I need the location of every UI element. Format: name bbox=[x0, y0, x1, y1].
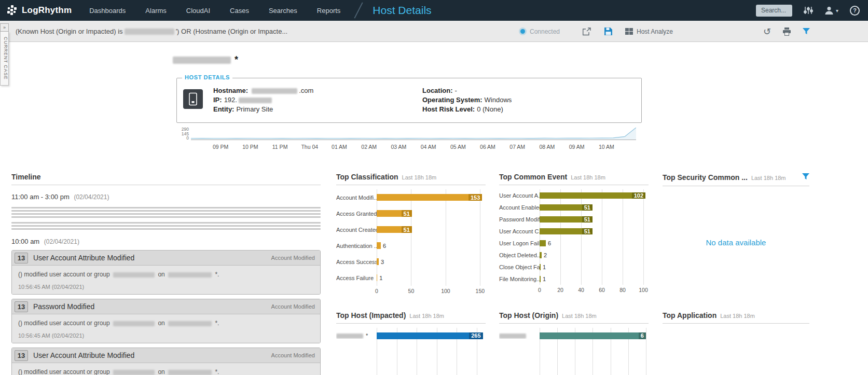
event-card-header: 13User Account Attribute ModifiedAccount… bbox=[12, 251, 320, 266]
chart-bar-track: 6 bbox=[540, 332, 649, 339]
x-tick-label: 10 AM bbox=[599, 144, 614, 150]
hostname-label: Hostname: bbox=[213, 87, 248, 94]
help-icon[interactable]: ? bbox=[850, 6, 860, 16]
chart-bar-track: 51 bbox=[540, 216, 649, 223]
logrhythm-logo[interactable]: LogRhythm bbox=[0, 5, 77, 16]
chart-bar[interactable] bbox=[377, 258, 379, 265]
ip-label: IP: bbox=[213, 96, 222, 104]
query-text: ') OR (Hostname (Origin or Impacte... bbox=[176, 27, 288, 35]
axis-tick-label: 0 bbox=[538, 287, 541, 293]
timeline-events: 13User Account Attribute ModifiedAccount… bbox=[11, 250, 321, 375]
host-details-panel: HOST DETAILS Hostname:.com IP:192. Entit… bbox=[176, 78, 642, 123]
chart-bar-track: 51 bbox=[377, 210, 486, 217]
top-common-event-panel: Top Common Event Last 18h 18m User Accou… bbox=[499, 173, 649, 294]
current-case-tab[interactable]: » CURRENT CASE bbox=[0, 23, 9, 86]
bar-value-label: 265 bbox=[469, 332, 483, 339]
chart-bar[interactable]: 51 bbox=[540, 228, 593, 234]
user-menu[interactable]: ▾ bbox=[824, 6, 838, 15]
chart-bar[interactable]: 51 bbox=[540, 216, 593, 223]
search-criteria[interactable]: (Known Host (Origin or Impacted) is ') O… bbox=[16, 21, 287, 42]
chart-category-label: Account Modifi... bbox=[336, 195, 377, 201]
collapsed-events-stack[interactable] bbox=[11, 207, 321, 230]
chart-bar[interactable] bbox=[540, 240, 546, 246]
ip-prefix: 192. bbox=[224, 96, 237, 104]
chart-bar[interactable] bbox=[540, 252, 542, 258]
chart-bar[interactable]: 51 bbox=[540, 204, 593, 211]
entity-value: Primary Site bbox=[236, 105, 273, 113]
chart-bar[interactable]: 153 bbox=[377, 194, 482, 201]
nav-item-cases[interactable]: Cases bbox=[230, 7, 249, 15]
nav-item-reports[interactable]: Reports bbox=[317, 7, 341, 15]
print-icon[interactable] bbox=[782, 27, 791, 36]
chart-category-label: Access Success bbox=[336, 259, 377, 265]
nav-item-cloudai[interactable]: CloudAI bbox=[186, 7, 210, 15]
redacted-text bbox=[113, 321, 155, 326]
chart-bar[interactable]: 51 bbox=[377, 226, 412, 233]
axis-tick-label: 100 bbox=[441, 288, 450, 294]
event-classification-tag: Account Modified bbox=[271, 303, 320, 310]
redacted-text bbox=[168, 370, 212, 375]
timeline-event-card[interactable]: 13Password ModifiedAccount Modified() mo… bbox=[11, 299, 321, 343]
chart-category-label bbox=[499, 332, 540, 339]
search-input[interactable]: Search... bbox=[756, 5, 792, 17]
panel-period: Last 18h 18m bbox=[562, 313, 597, 319]
filter-sliders-icon[interactable] bbox=[804, 6, 813, 15]
expand-icon[interactable]: » bbox=[0, 23, 9, 32]
chart-bar-track: 265 bbox=[377, 332, 486, 339]
chart-bar[interactable]: 51 bbox=[377, 210, 412, 217]
query-text: (Known Host (Origin or Impacted) is bbox=[16, 27, 123, 35]
chart-row: Account Enabled51 bbox=[499, 201, 649, 213]
panel-filter-funnel-icon[interactable] bbox=[802, 173, 809, 182]
nav-item-dashboards[interactable]: Dashboards bbox=[89, 7, 126, 15]
bar-value-label: 51 bbox=[402, 210, 412, 217]
chart-bar[interactable] bbox=[540, 264, 541, 270]
redacted-text bbox=[168, 272, 212, 277]
x-tick-label: 10 PM bbox=[242, 144, 258, 150]
toolbar-right-actions: ↺ bbox=[763, 21, 810, 42]
chart-x-axis: 020406080100 bbox=[540, 287, 649, 294]
event-card-body: () modified user account or group on *.1… bbox=[12, 314, 320, 343]
nav-item-searches[interactable]: Searches bbox=[269, 7, 297, 15]
nav-item-alarms[interactable]: Alarms bbox=[145, 7, 166, 15]
x-tick-label: 11 PM bbox=[272, 144, 288, 150]
activity-timeline-chart[interactable]: 2901450 09 PM10 PM11 PMThu 0401 AM02 AM0… bbox=[176, 127, 637, 152]
event-card-header: 13Password ModifiedAccount Modified bbox=[12, 299, 320, 314]
hostname-row: Hostname:.com bbox=[213, 86, 313, 95]
chart-category-label: Object Deleted... bbox=[499, 252, 540, 258]
bar-value-label: 1 bbox=[379, 275, 382, 281]
chart-bar[interactable] bbox=[377, 242, 381, 249]
event-description: () modified user account or group on *. bbox=[18, 271, 314, 278]
event-title: Password Modified bbox=[33, 302, 94, 311]
chart-bar[interactable]: 265 bbox=[377, 332, 483, 339]
axis-tick-label: 150 bbox=[476, 288, 485, 294]
timeline-event-card[interactable]: 13User Account Attribute ModifiedAccount… bbox=[11, 250, 321, 295]
timeline-event-card[interactable]: 13User Account Attribute ModifiedAccount… bbox=[11, 348, 321, 375]
x-tick-label: 05 AM bbox=[450, 144, 466, 150]
chart-row: Access Success3 bbox=[336, 254, 486, 270]
axis-tick-label: 60 bbox=[599, 287, 605, 293]
bar-value-label: 153 bbox=[469, 194, 482, 201]
event-count-badge: 13 bbox=[15, 253, 28, 263]
top-common-event-chart: User Account A...102Account Enabled51Pas… bbox=[499, 189, 649, 294]
event-title: User Account Attribute Modified bbox=[33, 351, 134, 359]
chart-row: User Account A...102 bbox=[499, 189, 649, 201]
filter-funnel-icon[interactable] bbox=[803, 28, 810, 35]
save-search-icon[interactable] bbox=[604, 27, 613, 36]
host-fields-left: Hostname:.com IP:192. Entity:Primary Sit… bbox=[213, 86, 313, 114]
bar-value-label: 51 bbox=[582, 204, 593, 211]
event-timestamp: 10:56:45 AM (02/04/2021) bbox=[18, 284, 314, 290]
chart-bar[interactable] bbox=[377, 274, 377, 281]
panel-period: Last 18h 18m bbox=[751, 175, 786, 181]
redacted-text bbox=[113, 272, 155, 277]
group-time: 11:00 am - 3:00 pm bbox=[11, 193, 70, 201]
chart-bar[interactable]: 102 bbox=[540, 192, 645, 199]
chart-category-label: User Account A... bbox=[499, 192, 540, 199]
chart-bar[interactable]: 6 bbox=[540, 332, 646, 339]
host-analyze-button[interactable]: Host Analyze bbox=[625, 28, 673, 35]
reset-icon[interactable]: ↺ bbox=[763, 27, 771, 36]
panel-header: Top Host (Origin) Last 18h 18m bbox=[499, 311, 649, 324]
x-tick-label: Thu 04 bbox=[301, 144, 318, 150]
chart-bar[interactable] bbox=[540, 276, 541, 282]
add-to-case-icon[interactable] bbox=[582, 27, 591, 36]
chart-bar-track: 51 bbox=[540, 228, 649, 234]
